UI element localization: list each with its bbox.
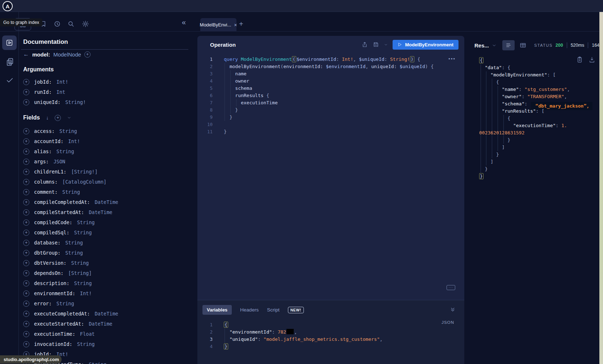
apollo-logo[interactable]: A [3,1,13,11]
history-icon[interactable] [54,20,61,28]
field-type[interactable]: String [65,250,83,256]
add-field-icon[interactable]: + [23,138,29,145]
field-type[interactable]: String [56,301,74,306]
add-field-icon[interactable]: + [23,341,29,347]
field-name[interactable]: environmentId: [34,290,75,296]
add-field-icon[interactable]: + [23,260,29,266]
sort-fields-icon[interactable]: ↓ [46,115,49,121]
field-name[interactable]: dbtGroup: [34,250,60,256]
field-type[interactable]: Int! [56,79,68,85]
field-name[interactable]: compileStartedAt: [34,209,84,215]
field-type[interactable]: DateTime [95,199,118,205]
field-name[interactable]: description: [34,280,70,286]
run-operation-button[interactable]: ModelByEnvironment [393,40,458,50]
field-name[interactable]: compiledSql: [34,230,70,235]
add-all-fields-icon[interactable]: + [55,115,61,121]
field-type[interactable]: String! [65,99,86,105]
add-field-icon[interactable]: + [23,290,29,297]
add-field-icon[interactable]: + [23,159,29,165]
back-arrow-icon[interactable]: ← [23,51,29,58]
field-type[interactable]: String [74,280,92,286]
breadcrumb-type[interactable]: ModelNode [53,51,81,58]
add-field-icon[interactable]: + [23,199,29,205]
json-view-toggle[interactable] [502,40,515,50]
field-type[interactable]: DateTime [89,321,112,327]
field-name[interactable]: jobId: [34,79,52,85]
editor-more-menu-icon[interactable]: ••• [448,56,456,62]
field-type[interactable]: Int [56,89,65,95]
field-type[interactable]: String [77,341,95,347]
add-field-icon[interactable]: + [23,179,29,185]
field-type[interactable]: String [56,148,74,154]
save-chevron-icon[interactable] [384,43,388,47]
collapse-docs-icon[interactable]: « [182,19,186,25]
search-icon[interactable] [67,20,75,28]
field-type[interactable]: JSON [54,159,66,164]
field-name[interactable]: childrenL1: [34,169,66,175]
field-name[interactable]: args: [34,159,49,164]
table-view-icon[interactable] [520,42,526,49]
field-type[interactable]: String [89,361,106,364]
response-chevron-icon[interactable] [492,43,497,48]
field-type[interactable]: String [74,230,92,235]
field-name[interactable]: executionTime: [34,331,75,337]
field-name[interactable]: invocationId: [34,341,72,347]
field-name[interactable]: dependsOn: [34,270,63,276]
field-name[interactable]: compiledCode: [34,219,72,225]
add-field-icon[interactable]: + [23,280,29,286]
field-type[interactable]: String [59,128,77,134]
response-json-body[interactable]: { "data": { "modelByEnvironment": [ { "n… [479,57,592,180]
settings-gear-icon[interactable] [82,20,89,28]
collapse-variables-icon[interactable] [450,307,456,313]
field-name[interactable]: database: [34,240,60,246]
new-tab-icon[interactable]: + [239,20,243,28]
add-field-icon[interactable]: + [23,230,29,236]
field-type[interactable]: String [77,219,95,225]
fields-chevron-icon[interactable] [67,116,71,120]
add-field-icon[interactable]: + [23,250,29,256]
field-name[interactable]: columns: [34,179,58,185]
add-field-icon[interactable]: + [23,209,29,216]
add-field-icon[interactable]: + [23,99,29,105]
field-type[interactable]: [CatalogColumn] [62,179,106,185]
field-name[interactable]: access: [34,128,55,134]
field-type[interactable]: Int! [80,290,92,296]
field-type[interactable]: Float [80,331,95,337]
operation-code-editor[interactable]: query ModelByEnvironment($environmentId:… [224,56,434,135]
field-type[interactable]: DateTime [95,311,118,317]
add-field-icon[interactable]: + [23,270,29,276]
add-field-icon[interactable]: + [23,128,29,134]
add-field-icon[interactable]: + [23,240,29,246]
share-icon[interactable] [361,41,368,48]
field-name[interactable]: comment: [34,189,58,195]
tab-headers[interactable]: Headers [240,307,259,313]
field-type[interactable]: String [62,189,80,195]
add-field-icon[interactable]: + [23,148,29,155]
field-name[interactable]: dbtVersion: [34,260,66,266]
field-name[interactable]: uniqueId: [34,99,60,105]
add-field-icon[interactable]: + [23,331,29,337]
operation-tab[interactable]: ModelByEnvi... × [200,18,236,32]
close-tab-icon[interactable]: × [234,22,237,28]
variables-code-editor[interactable]: { "environmentId": 782, "uniqueId": "mod… [224,321,382,350]
add-type-icon[interactable]: + [84,51,91,58]
field-type[interactable]: [String!] [71,169,97,175]
field-name[interactable]: error: [34,301,52,306]
field-type[interactable]: String [65,240,83,246]
sidebar-item-explorer[interactable] [2,35,17,50]
tab-variables[interactable]: Variables [202,305,232,315]
field-name[interactable]: executeStartedAt: [34,321,84,327]
field-name[interactable]: accountId: [34,138,63,144]
response-title[interactable]: Res... [474,42,489,49]
field-type[interactable]: Int! [68,138,80,144]
add-field-icon[interactable]: + [23,169,29,175]
field-type[interactable]: [String] [68,270,92,276]
field-name[interactable]: compileCompletedAt: [34,199,90,205]
add-field-icon[interactable]: + [23,301,29,307]
add-field-icon[interactable]: + [23,321,29,327]
field-type[interactable]: String [71,260,89,266]
tab-script[interactable]: Script [267,307,280,313]
add-field-icon[interactable]: + [23,89,29,95]
sidebar-item-schema[interactable] [6,57,14,67]
add-field-icon[interactable]: + [23,311,29,317]
